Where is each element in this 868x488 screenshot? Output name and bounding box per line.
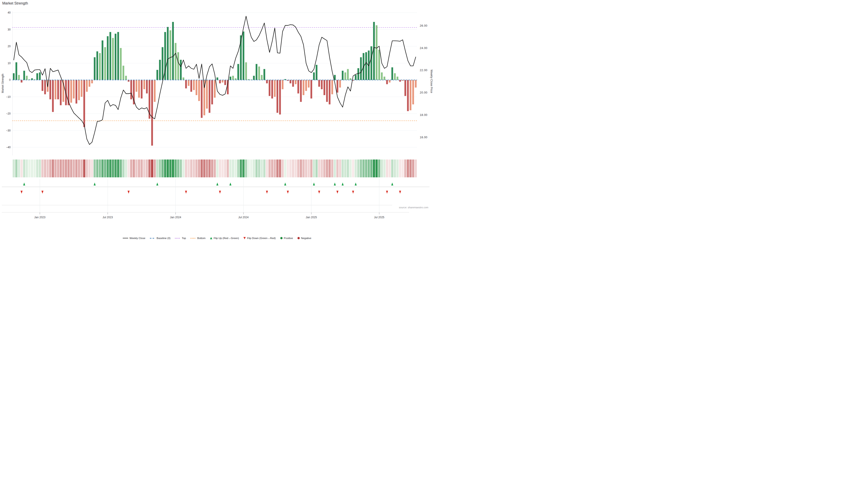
heatmap-cell xyxy=(365,160,367,177)
heatmap-cell xyxy=(127,160,130,177)
strength-bar xyxy=(146,80,148,94)
heatmap-cell xyxy=(334,160,336,177)
strength-bar xyxy=(381,72,383,80)
flip-up-triangle-icon xyxy=(229,183,231,186)
flip-up-triangle-icon xyxy=(23,183,25,186)
heatmap-cell xyxy=(224,160,226,177)
strength-bar xyxy=(78,80,80,100)
left-axis-title: Market Strength xyxy=(1,74,4,93)
legend-item-top[interactable]: Top xyxy=(175,237,186,239)
heatmap-cell xyxy=(39,160,41,177)
legend-item-bottom[interactable]: Bottom xyxy=(191,237,206,239)
heatmap-cell xyxy=(133,160,135,177)
legend-item-flip-down[interactable]: Flip Down (Green→Red) xyxy=(243,237,276,239)
strength-bar xyxy=(23,71,25,80)
heatmap-cell xyxy=(260,160,263,177)
strength-bar xyxy=(326,80,328,102)
heatmap-cell xyxy=(235,160,237,177)
strength-bar xyxy=(172,22,174,80)
strength-bar xyxy=(237,64,239,80)
strength-bar xyxy=(84,80,85,127)
legend-item-negative[interactable]: Negative xyxy=(298,237,311,239)
strength-bar xyxy=(104,47,106,80)
strength-bar xyxy=(18,75,20,80)
heatmap-cell xyxy=(112,160,114,177)
legend-item-weekly-close[interactable]: Weekly Close xyxy=(123,237,145,239)
strength-bar xyxy=(415,80,416,88)
heatmap-cell xyxy=(373,160,375,177)
x-axis-tick-label: Jul 2024 xyxy=(238,216,249,219)
strength-bar xyxy=(295,80,297,84)
heatmap-cell xyxy=(219,160,221,177)
heatmap-cell xyxy=(99,160,101,177)
strength-bar xyxy=(190,80,192,92)
flip-down-triangle-icon xyxy=(318,191,320,194)
legend-item-baseline[interactable]: Baseline (0) xyxy=(150,237,170,239)
heatmap-cell xyxy=(339,160,341,177)
strength-bar xyxy=(162,47,163,80)
heatmap-cell xyxy=(107,160,109,177)
strength-bar xyxy=(52,80,54,112)
heatmap-cell xyxy=(342,160,344,177)
heatmap-cell xyxy=(232,160,234,177)
strength-bar xyxy=(156,70,158,80)
heatmap-cell xyxy=(349,160,352,177)
heatmap-cell xyxy=(402,160,404,177)
heatmap-cell xyxy=(258,160,260,177)
legend-label: Baseline (0) xyxy=(157,237,170,239)
strength-bar xyxy=(300,80,302,102)
heatmap-cell xyxy=(414,160,417,177)
heatmap-cell xyxy=(86,160,88,177)
strength-bar xyxy=(269,80,271,96)
strength-bar xyxy=(292,80,294,87)
heatmap-cell xyxy=(21,160,23,177)
strength-bar xyxy=(94,57,96,80)
heatmap-cell xyxy=(248,160,250,177)
heatmap-cell xyxy=(221,160,224,177)
heatmap-cell xyxy=(412,160,414,177)
strength-bar xyxy=(289,80,291,84)
heatmap-cell xyxy=(125,160,127,177)
strength-bar xyxy=(193,80,195,90)
strength-bar xyxy=(177,52,179,80)
heatmap-cell xyxy=(172,160,174,177)
strength-bar xyxy=(245,62,247,80)
heatmap-cell xyxy=(391,160,393,177)
legend-item-positive[interactable]: Positive xyxy=(280,237,293,239)
legend-label: Weekly Close xyxy=(129,237,145,239)
strength-bar xyxy=(355,75,357,80)
flip-up-triangle-icon xyxy=(342,183,344,186)
strength-bar xyxy=(211,80,213,104)
legend-label: Flip Down (Green→Red) xyxy=(247,237,276,239)
heatmap-cell xyxy=(36,160,38,177)
heatmap-cell xyxy=(315,160,318,177)
heatmap-cell xyxy=(255,160,258,177)
heatmap-cell xyxy=(94,160,96,177)
strength-bar xyxy=(198,80,200,101)
strength-bar xyxy=(89,80,90,87)
legend-item-flip-up[interactable]: Flip Up (Red→Green) xyxy=(210,237,239,239)
flip-up-triangle-icon xyxy=(334,183,336,186)
strength-bar xyxy=(373,22,375,80)
strength-bar xyxy=(26,76,28,80)
strength-bar xyxy=(214,80,216,98)
strength-bar xyxy=(323,80,325,95)
heatmap-cell xyxy=(156,160,158,177)
strength-bar xyxy=(112,38,114,80)
heatmap-cell xyxy=(46,160,49,177)
strength-bar xyxy=(305,80,307,91)
heatmap-cell xyxy=(75,160,78,177)
flip-up-triangle-icon xyxy=(94,183,96,186)
strength-bar xyxy=(110,32,111,80)
heatmap-cell xyxy=(250,160,252,177)
heatmap-cell xyxy=(289,160,291,177)
strength-bar xyxy=(154,80,156,102)
source-credit: source: sharemaestro.com xyxy=(399,206,428,209)
heatmap-cell xyxy=(130,160,132,177)
heatmap-cell xyxy=(237,160,239,177)
heatmap-cell xyxy=(13,160,15,177)
strength-bar xyxy=(39,72,41,80)
heatmap-cell xyxy=(274,160,276,177)
heatmap-cell xyxy=(26,160,28,177)
strength-bar xyxy=(135,80,137,92)
